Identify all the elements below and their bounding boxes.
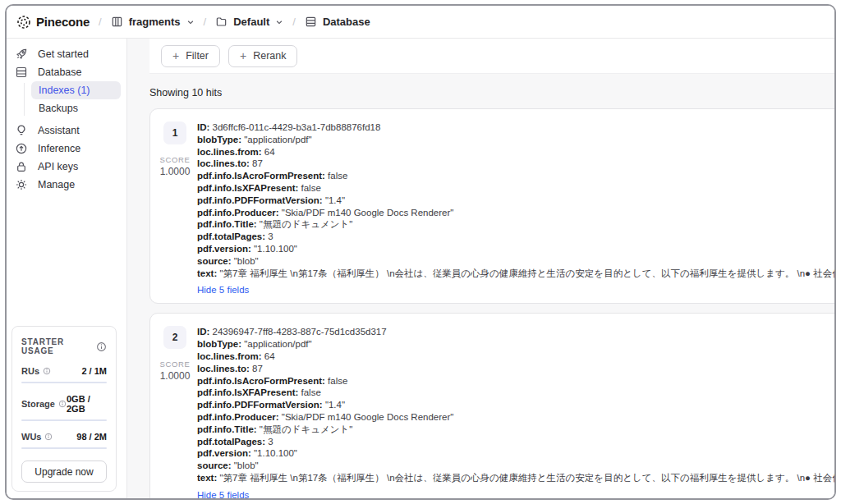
info-icon[interactable] [44, 433, 53, 441]
hit-fields: ID: 24396947-7ff8-4283-887c-75d1cd35d317… [197, 325, 834, 498]
sidebar-item-label: API keys [38, 161, 78, 172]
breadcrumb-organization[interactable]: fragments [111, 16, 195, 28]
usage-value: 0GB / 2GB [67, 394, 107, 414]
rocket-icon [15, 48, 28, 61]
add-rerank-button[interactable]: + Rerank [228, 45, 297, 67]
breadcrumb-section[interactable]: Database [305, 16, 370, 28]
database-icon [305, 16, 317, 28]
gear-icon [15, 178, 28, 191]
field-row: ID: 3d6ffcf6-011c-4429-b3a1-7db88876fd18 [197, 121, 834, 134]
inference-icon [15, 142, 28, 155]
sidebar-item-label: Backups [39, 103, 78, 114]
breadcrumb-separator: / [97, 16, 103, 28]
hit-score-label: SCORE [160, 155, 191, 164]
field-row: ID: 24396947-7ff8-4283-887c-75d1cd35d317 [197, 326, 834, 338]
field-row: pdf.info.IsAcroFormPresent: false [197, 375, 834, 387]
usage-row-rus: RUs 2 / 1M [21, 366, 107, 383]
field-row: loc.lines.from: 64 [197, 351, 834, 363]
usage-label: WUs [21, 432, 41, 442]
usage-row-storage: Storage 0GB / 2GB [21, 394, 107, 421]
sidebar-item-label: Inference [38, 143, 80, 154]
field-row: text: "第7章 福利厚生 \n第17条（福利厚生） \n会社は、従業員の心… [197, 472, 834, 484]
field-row: pdf.info.Producer: "Skia/PDF m140 Google… [197, 207, 834, 219]
breadcrumb-separator: / [202, 16, 209, 28]
hit-score-label: SCORE [160, 360, 191, 369]
top-header: Pinecone / fragments / [7, 6, 834, 39]
field-row: pdf.version: "1.10.100" [197, 447, 834, 460]
field-row: loc.lines.to: 87 [197, 363, 834, 375]
organization-icon [111, 16, 123, 28]
field-row: pdf.totalPages: 3 [197, 231, 834, 243]
usage-row-wus: WUs 98 / 2M [21, 432, 107, 449]
usage-progress-bar [21, 419, 107, 421]
sidebar-item-backups[interactable]: Backups [31, 99, 121, 117]
add-filter-button[interactable]: + Filter [161, 45, 220, 67]
hit-card: 2 SCORE 1.0000 ID: 24396947-7ff8-4283-88… [149, 313, 834, 498]
sidebar-item-api-keys[interactable]: API keys [7, 158, 126, 176]
sidebar-item-get-started[interactable]: Get started [7, 45, 126, 63]
field-row: pdf.info.Title: "無題のドキュメント" [197, 424, 834, 436]
field-row: loc.lines.from: 64 [197, 146, 834, 158]
upgrade-now-button[interactable]: Upgrade now [21, 460, 107, 483]
sidebar-item-assistant[interactable]: Assistant [7, 121, 126, 140]
project-name: Default [233, 16, 269, 28]
info-icon[interactable] [58, 400, 67, 408]
usage-title: STARTER USAGE [21, 337, 96, 355]
sidebar-item-manage[interactable]: Manage [7, 176, 126, 194]
hide-fields-link[interactable]: Hide 5 fields [197, 490, 834, 498]
usage-label: Storage [21, 399, 55, 409]
usage-label: RUs [21, 366, 39, 376]
sidebar-item-label: Indexes (1) [39, 85, 90, 96]
field-row: blobType: "application/pdf" [197, 134, 834, 146]
pinecone-logo[interactable]: Pinecone [16, 15, 90, 30]
usage-value: 2 / 1M [81, 366, 107, 376]
breadcrumb-project[interactable]: Default [215, 16, 283, 28]
sidebar-item-label: Manage [38, 179, 75, 190]
usage-progress-bar [21, 382, 107, 383]
chevron-down-icon [275, 18, 283, 26]
hits-list: 1 SCORE 1.0000 ID: 3d6ffcf6-011c-4429-b3… [149, 108, 834, 498]
info-icon[interactable] [43, 367, 51, 375]
app-window: Pinecone / fragments / [5, 4, 836, 500]
info-icon[interactable] [96, 341, 107, 352]
field-row: pdf.totalPages: 3 [197, 436, 834, 448]
field-row: pdf.info.Title: "無題のドキュメント" [197, 218, 834, 231]
main-content: + Filter + Rerank Showing 10 hits 1 SCOR… [127, 39, 834, 498]
field-row: source: "blob" [197, 460, 834, 472]
sidebar-item-label: Get started [38, 48, 89, 60]
rerank-button-label: Rerank [253, 50, 286, 62]
lock-icon [15, 160, 28, 173]
results-summary: Showing 10 hits [149, 74, 834, 108]
sidebar-item-database[interactable]: Database [7, 63, 126, 81]
field-row: pdf.info.IsXFAPresent: false [197, 182, 834, 195]
hit-card: 1 SCORE 1.0000 ID: 3d6ffcf6-011c-4429-b3… [149, 108, 834, 304]
hit-rank-badge: 1 [163, 121, 186, 144]
usage-progress-bar [21, 447, 107, 449]
plus-icon: + [172, 50, 179, 62]
field-row: pdf.version: "1.10.100" [197, 243, 834, 255]
lightbulb-icon [15, 124, 28, 137]
database-sub-list: Indexes (1) Backups [7, 81, 126, 117]
field-row: source: "blob" [197, 255, 834, 268]
hit-rank-badge: 2 [163, 326, 186, 349]
field-row: blobType: "application/pdf" [197, 338, 834, 351]
field-row: pdf.info.IsXFAPresent: false [197, 387, 834, 399]
sidebar-item-inference[interactable]: Inference [7, 140, 126, 158]
sidebar: Get started Database Indexes (1) Backu [7, 39, 127, 498]
usage-panel: STARTER USAGE RUs [11, 326, 117, 492]
section-name: Database [323, 16, 370, 28]
pinecone-logo-icon [16, 15, 31, 30]
hide-fields-link[interactable]: Hide 5 fields [197, 285, 834, 295]
field-row: pdf.info.PDFFormatVersion: "1.4" [197, 399, 834, 411]
sidebar-item-indexes[interactable]: Indexes (1) [31, 81, 121, 99]
field-row: pdf.info.PDFFormatVersion: "1.4" [197, 195, 834, 207]
organization-name: fragments [129, 16, 181, 28]
plus-icon: + [240, 50, 246, 62]
usage-value: 98 / 2M [76, 432, 107, 442]
query-toolbar: + Filter + Rerank [149, 39, 834, 74]
field-row: pdf.info.Producer: "Skia/PDF m140 Google… [197, 411, 834, 424]
chevron-down-icon [186, 18, 195, 26]
field-row: loc.lines.to: 87 [197, 158, 834, 170]
hit-score-value: 1.0000 [160, 370, 191, 382]
logo-text: Pinecone [36, 15, 90, 29]
